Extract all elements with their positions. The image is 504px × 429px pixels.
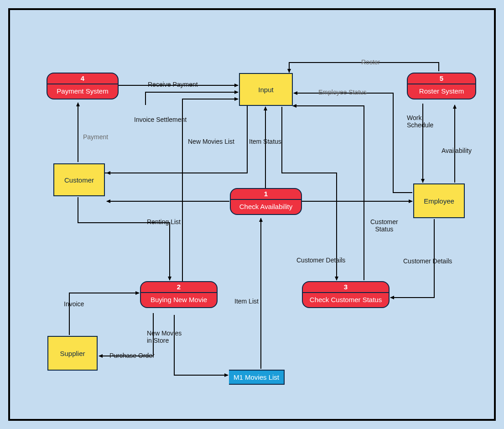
- label-invoice-settlement: Invoice Settlement: [134, 116, 187, 123]
- entity-input: Input: [239, 73, 293, 106]
- label-availability: Availability: [442, 147, 472, 154]
- process-buying-new-movie: 2 Buying New Movie: [140, 281, 218, 308]
- datastore-label: M1 Movies List: [234, 373, 279, 381]
- process-title: Buying New Movie: [147, 293, 211, 307]
- label-customer-details-b: Customer Details: [403, 257, 452, 265]
- process-number: 5: [408, 73, 475, 84]
- process-number: 1: [231, 189, 301, 200]
- entity-employee: Employee: [413, 183, 465, 218]
- label-customer-status: Customer Status: [370, 218, 398, 233]
- diagram-frame: 4 Payment System 5 Roster System Input C…: [8, 8, 496, 421]
- label-customer-details-a: Customer Details: [296, 256, 345, 264]
- process-roster-system: 5 Roster System: [407, 73, 476, 99]
- label-item-list: Item List: [234, 298, 259, 305]
- label-work-schedule: Work Schedule: [407, 114, 433, 129]
- entity-customer: Customer: [53, 163, 105, 196]
- process-check-customer-status: 3 Check Customer Status: [302, 281, 390, 308]
- label-purchase-order: Purchase Order: [109, 352, 155, 359]
- entity-label: Employee: [424, 197, 454, 205]
- process-title: Payment System: [53, 84, 112, 99]
- label-roster: Roster: [361, 58, 380, 66]
- label-renting-list: Renting List: [147, 218, 181, 225]
- label-new-movies-in-store: New Movies in Store: [147, 330, 182, 344]
- entity-label: Input: [258, 86, 273, 94]
- label-new-movies-list: New Movies List: [188, 138, 234, 145]
- entity-label: Customer: [64, 176, 94, 184]
- process-payment-system: 4 Payment System: [47, 73, 119, 99]
- entity-supplier: Supplier: [47, 336, 98, 371]
- process-number: 3: [303, 282, 389, 293]
- process-number: 4: [47, 73, 118, 84]
- process-title: Roster System: [416, 84, 468, 99]
- label-receive-payment: Receive Payment: [148, 81, 198, 88]
- entity-label: Supplier: [60, 350, 85, 357]
- datastore-movies-list: M1 Movies List: [229, 370, 285, 385]
- process-check-availability: 1 Check Availability: [230, 188, 302, 215]
- process-number: 2: [141, 282, 217, 293]
- label-employee-status: Employee Status: [318, 89, 367, 96]
- process-title: Check Customer Status: [306, 293, 385, 307]
- label-item-status: Item Status: [249, 138, 281, 145]
- label-invoice: Invoice: [64, 300, 84, 308]
- process-title: Check Availability: [236, 200, 296, 214]
- label-payment: Payment: [83, 133, 108, 141]
